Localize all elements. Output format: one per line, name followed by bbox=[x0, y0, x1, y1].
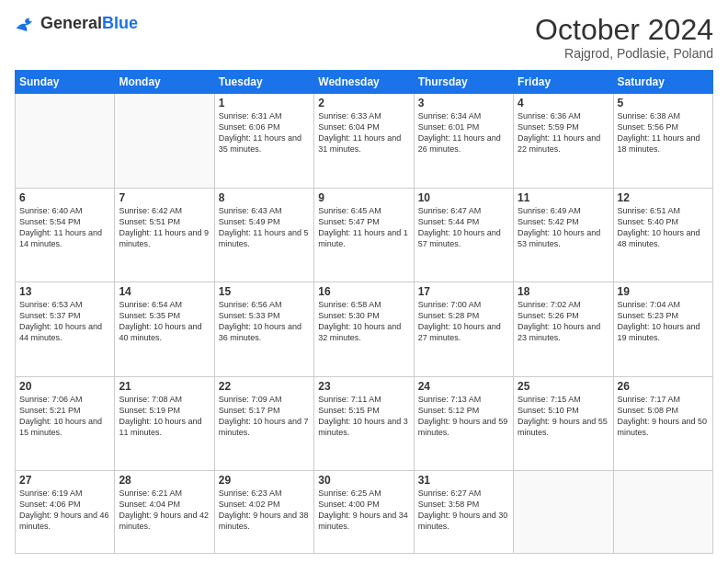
logo-bird-icon bbox=[15, 15, 37, 33]
daylight-text: Daylight: 9 hours and 34 minutes. bbox=[318, 510, 409, 532]
sunset-text: Sunset: 4:00 PM bbox=[318, 499, 409, 510]
sunrise-text: Sunrise: 7:11 AM bbox=[318, 394, 409, 405]
sunset-text: Sunset: 5:40 PM bbox=[618, 216, 709, 227]
location: Rajgrod, Podlasie, Poland bbox=[535, 46, 713, 61]
cell-content: Sunrise: 6:45 AMSunset: 5:47 PMDaylight:… bbox=[318, 205, 409, 250]
sunset-text: Sunset: 5:28 PM bbox=[418, 310, 509, 321]
sunset-text: Sunset: 6:01 PM bbox=[418, 121, 509, 132]
cell-content: Sunrise: 6:49 AMSunset: 5:42 PMDaylight:… bbox=[518, 205, 609, 250]
cell-content: Sunrise: 6:42 AMSunset: 5:51 PMDaylight:… bbox=[119, 205, 210, 250]
table-row: 2Sunrise: 6:33 AMSunset: 6:04 PMDaylight… bbox=[314, 94, 414, 189]
table-row: 8Sunrise: 6:43 AMSunset: 5:49 PMDaylight… bbox=[214, 188, 313, 282]
table-row: 12Sunrise: 6:51 AMSunset: 5:40 PMDayligh… bbox=[613, 188, 712, 282]
day-number: 21 bbox=[119, 380, 210, 393]
day-number: 27 bbox=[19, 474, 110, 487]
sunrise-text: Sunrise: 6:36 AM bbox=[518, 110, 609, 121]
daylight-text: Daylight: 10 hours and 57 minutes. bbox=[418, 227, 509, 249]
sunset-text: Sunset: 5:51 PM bbox=[119, 216, 210, 227]
sunset-text: Sunset: 5:19 PM bbox=[119, 405, 210, 416]
header: GeneralBlue October 2024 Rajgrod, Podlas… bbox=[15, 15, 713, 61]
day-number: 10 bbox=[418, 191, 509, 204]
daylight-text: Daylight: 11 hours and 9 minutes. bbox=[119, 227, 210, 249]
day-number: 5 bbox=[618, 97, 709, 109]
sunrise-text: Sunrise: 6:31 AM bbox=[219, 110, 310, 121]
sunrise-text: Sunrise: 7:00 AM bbox=[418, 299, 509, 310]
table-row: 5Sunrise: 6:38 AMSunset: 5:56 PMDaylight… bbox=[613, 94, 712, 189]
cell-content: Sunrise: 6:47 AMSunset: 5:44 PMDaylight:… bbox=[418, 205, 509, 250]
sunset-text: Sunset: 5:33 PM bbox=[219, 310, 310, 321]
daylight-text: Daylight: 9 hours and 46 minutes. bbox=[19, 510, 110, 532]
sunset-text: Sunset: 6:04 PM bbox=[318, 121, 409, 132]
sunrise-text: Sunrise: 6:53 AM bbox=[19, 299, 110, 310]
daylight-text: Daylight: 11 hours and 5 minutes. bbox=[219, 227, 310, 249]
sunset-text: Sunset: 5:47 PM bbox=[318, 216, 409, 227]
table-row: 20Sunrise: 7:06 AMSunset: 5:21 PMDayligh… bbox=[16, 376, 115, 471]
daylight-text: Daylight: 11 hours and 18 minutes. bbox=[618, 132, 709, 155]
sunset-text: Sunset: 4:02 PM bbox=[219, 499, 310, 510]
sunset-text: Sunset: 5:44 PM bbox=[418, 216, 509, 227]
daylight-text: Daylight: 10 hours and 7 minutes. bbox=[219, 416, 310, 438]
daylight-text: Daylight: 9 hours and 50 minutes. bbox=[618, 416, 709, 438]
day-number: 19 bbox=[618, 285, 709, 298]
day-number: 16 bbox=[318, 285, 409, 298]
day-number: 9 bbox=[318, 191, 409, 204]
sunset-text: Sunset: 5:59 PM bbox=[518, 121, 609, 132]
sunrise-text: Sunrise: 6:23 AM bbox=[219, 488, 310, 499]
table-row: 4Sunrise: 6:36 AMSunset: 5:59 PMDaylight… bbox=[514, 94, 613, 189]
calendar-week-row: 27Sunrise: 6:19 AMSunset: 4:06 PMDayligh… bbox=[16, 471, 713, 554]
col-friday: Friday bbox=[514, 71, 613, 94]
day-number: 6 bbox=[19, 191, 110, 204]
day-number: 31 bbox=[418, 474, 509, 487]
table-row bbox=[16, 94, 115, 189]
sunset-text: Sunset: 5:56 PM bbox=[618, 121, 709, 132]
logo-text: GeneralBlue bbox=[40, 15, 138, 33]
table-row: 14Sunrise: 6:54 AMSunset: 5:35 PMDayligh… bbox=[115, 282, 214, 377]
day-number: 8 bbox=[219, 191, 310, 204]
table-row bbox=[613, 471, 712, 554]
table-row: 16Sunrise: 6:58 AMSunset: 5:30 PMDayligh… bbox=[314, 282, 414, 377]
day-number: 26 bbox=[618, 380, 709, 393]
daylight-text: Daylight: 10 hours and 3 minutes. bbox=[318, 416, 409, 438]
sunset-text: Sunset: 5:42 PM bbox=[518, 216, 609, 227]
table-row: 18Sunrise: 7:02 AMSunset: 5:26 PMDayligh… bbox=[514, 282, 613, 377]
cell-content: Sunrise: 6:25 AMSunset: 4:00 PMDaylight:… bbox=[318, 488, 409, 533]
daylight-text: Daylight: 10 hours and 40 minutes. bbox=[119, 321, 210, 343]
table-row: 13Sunrise: 6:53 AMSunset: 5:37 PMDayligh… bbox=[16, 282, 115, 377]
sunrise-text: Sunrise: 7:15 AM bbox=[518, 394, 609, 405]
cell-content: Sunrise: 6:53 AMSunset: 5:37 PMDaylight:… bbox=[19, 299, 110, 344]
table-row: 25Sunrise: 7:15 AMSunset: 5:10 PMDayligh… bbox=[514, 376, 613, 471]
table-row bbox=[115, 94, 214, 189]
sunrise-text: Sunrise: 7:02 AM bbox=[518, 299, 609, 310]
day-number: 28 bbox=[119, 474, 210, 487]
sunset-text: Sunset: 5:37 PM bbox=[19, 310, 110, 321]
sunset-text: Sunset: 6:06 PM bbox=[219, 121, 310, 132]
table-row: 10Sunrise: 6:47 AMSunset: 5:44 PMDayligh… bbox=[414, 188, 513, 282]
sunset-text: Sunset: 3:58 PM bbox=[418, 499, 509, 510]
day-number: 13 bbox=[19, 285, 110, 298]
sunset-text: Sunset: 5:54 PM bbox=[19, 216, 110, 227]
day-number: 24 bbox=[418, 380, 509, 393]
cell-content: Sunrise: 7:00 AMSunset: 5:28 PMDaylight:… bbox=[418, 299, 509, 344]
sunrise-text: Sunrise: 7:09 AM bbox=[219, 394, 310, 405]
month-title: October 2024 bbox=[535, 15, 713, 44]
day-number: 11 bbox=[518, 191, 609, 204]
sunset-text: Sunset: 5:17 PM bbox=[219, 405, 310, 416]
col-wednesday: Wednesday bbox=[314, 71, 414, 94]
daylight-text: Daylight: 9 hours and 42 minutes. bbox=[119, 510, 210, 532]
cell-content: Sunrise: 6:58 AMSunset: 5:30 PMDaylight:… bbox=[318, 299, 409, 344]
calendar-week-row: 1Sunrise: 6:31 AMSunset: 6:06 PMDaylight… bbox=[16, 94, 713, 189]
sunset-text: Sunset: 5:26 PM bbox=[518, 310, 609, 321]
daylight-text: Daylight: 10 hours and 15 minutes. bbox=[19, 416, 110, 438]
cell-content: Sunrise: 6:43 AMSunset: 5:49 PMDaylight:… bbox=[219, 205, 310, 250]
sunrise-text: Sunrise: 6:56 AM bbox=[219, 299, 310, 310]
sunrise-text: Sunrise: 6:33 AM bbox=[318, 110, 409, 121]
table-row: 31Sunrise: 6:27 AMSunset: 3:58 PMDayligh… bbox=[414, 471, 513, 554]
daylight-text: Daylight: 9 hours and 30 minutes. bbox=[418, 510, 509, 532]
logo-blue: Blue bbox=[102, 15, 138, 33]
daylight-text: Daylight: 9 hours and 55 minutes. bbox=[518, 416, 609, 438]
daylight-text: Daylight: 10 hours and 44 minutes. bbox=[19, 321, 110, 343]
table-row: 17Sunrise: 7:00 AMSunset: 5:28 PMDayligh… bbox=[414, 282, 513, 377]
sunrise-text: Sunrise: 6:49 AM bbox=[518, 205, 609, 216]
cell-content: Sunrise: 6:33 AMSunset: 6:04 PMDaylight:… bbox=[318, 110, 409, 155]
cell-content: Sunrise: 7:17 AMSunset: 5:08 PMDaylight:… bbox=[618, 394, 709, 439]
